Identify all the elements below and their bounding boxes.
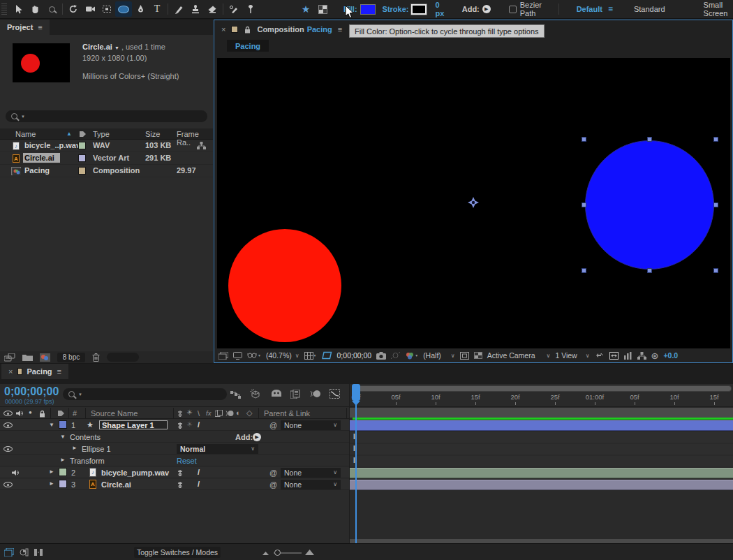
toggle-mask-visibility-icon[interactable]: [322, 351, 332, 360]
layer-label-swatch[interactable]: [59, 480, 67, 488]
video-visible-icon[interactable]: [3, 422, 13, 428]
comp-label-swatch[interactable]: [231, 26, 238, 33]
comp-current-time[interactable]: 0;00;00;00: [337, 351, 372, 360]
expand-in-out-panes-icon[interactable]: [34, 548, 43, 557]
group-row-transform[interactable]: ► Transform Reset: [0, 455, 349, 466]
clone-stamp-tool-button[interactable]: [187, 1, 204, 17]
selection-handle[interactable]: [647, 137, 652, 142]
transform-label[interactable]: Transform: [70, 457, 105, 465]
composition-canvas[interactable]: [217, 58, 730, 350]
asset-row-wav[interactable]: ♪ bicycle_..p.wav WAV 103 KB: [0, 140, 213, 152]
resolution-dropdown[interactable]: (Half)∨: [423, 351, 455, 360]
selection-handle[interactable]: [582, 202, 586, 207]
pixel-aspect-correction-icon[interactable]: [609, 352, 619, 360]
expand-layer-icon[interactable]: ►: [49, 469, 54, 475]
timeline-zoom-slider-handle[interactable]: [274, 550, 281, 556]
timeline-h-scrollbar[interactable]: [350, 539, 733, 543]
parent-dropdown[interactable]: None∨: [281, 420, 341, 430]
asset-row-composition[interactable]: Pacing Composition 29.97: [0, 165, 213, 177]
bezier-path-checkbox[interactable]: [509, 6, 517, 13]
expand-group-icon[interactable]: ►: [72, 445, 77, 451]
track-bar-audio[interactable]: [350, 468, 733, 478]
blue-circle-shape-selected[interactable]: [585, 140, 714, 270]
close-panel-icon[interactable]: ×: [221, 25, 225, 34]
grid-guides-icon[interactable]: ▼: [304, 352, 317, 360]
parent-pickwhip-icon[interactable]: @: [269, 469, 277, 477]
show-snapshot-icon[interactable]: [391, 352, 400, 359]
track-bar-shape-layer[interactable]: [350, 420, 733, 431]
layer-row-circle-ai[interactable]: ► 3 A Circle.ai / @ None∨: [0, 479, 349, 490]
stroke-label[interactable]: Stroke:: [383, 5, 409, 13]
show-channels-icon[interactable]: ▼: [405, 352, 418, 360]
expand-layer-switches-icon[interactable]: [4, 548, 14, 557]
shape-star-preset-button[interactable]: ★: [297, 1, 314, 17]
region-of-interest-icon[interactable]: [460, 352, 469, 360]
view-camera-dropdown[interactable]: Active Camera∨: [487, 351, 551, 360]
shared-view-icon[interactable]: ▼: [247, 352, 261, 359]
lock-icon[interactable]: [244, 26, 251, 34]
comp-flowchart-icon[interactable]: [637, 352, 646, 360]
layer-row-shape-layer-1[interactable]: ▼ 1 ★ Shape Layer 1 ☀ / @ None∨: [0, 420, 349, 431]
expand-transfer-controls-icon[interactable]: [20, 548, 29, 557]
selection-handle[interactable]: [582, 137, 586, 142]
close-tab-icon[interactable]: ×: [8, 367, 13, 376]
shy-switch-icon[interactable]: [177, 481, 184, 489]
preview-file-name[interactable]: Circle.ai: [82, 43, 112, 51]
label-color-swatch[interactable]: [78, 167, 86, 175]
fast-previews-icon[interactable]: [623, 352, 632, 360]
transparency-grid-icon[interactable]: [474, 352, 482, 359]
toggle-switches-modes-button[interactable]: Toggle Switches / Modes: [134, 547, 221, 558]
layer-name[interactable]: bicycle_pump.wav: [101, 469, 169, 477]
layer-name[interactable]: Circle.ai: [101, 480, 131, 489]
layer-name-editing[interactable]: Shape Layer 1: [99, 420, 168, 429]
bit-depth-button[interactable]: 8 bpc: [57, 353, 85, 362]
panel-menu-icon[interactable]: ≡: [338, 25, 342, 34]
camera-tool-button[interactable]: [82, 1, 98, 17]
quality-switch-icon[interactable]: /: [198, 420, 200, 429]
selection-handle[interactable]: [713, 137, 718, 142]
quality-switch-icon[interactable]: /: [198, 480, 200, 488]
source-name-column[interactable]: Source Name: [91, 409, 138, 418]
panel-menu-icon[interactable]: ≡: [57, 367, 61, 376]
video-visible-icon[interactable]: [3, 482, 13, 487]
always-preview-icon[interactable]: [219, 352, 228, 360]
fill-color-swatch[interactable]: [360, 4, 376, 15]
workspace-tab-small-screen[interactable]: Small Screen: [704, 1, 733, 17]
parent-pickwhip-icon[interactable]: @: [269, 480, 277, 489]
composition-mini-flowchart-icon[interactable]: [230, 390, 241, 399]
contents-label[interactable]: Contents: [70, 433, 101, 441]
eraser-tool-button[interactable]: [204, 1, 221, 17]
layer-row-audio[interactable]: ► 2 ♪ bicycle_pump.wav / @ None∨: [0, 467, 349, 478]
transform-reset-link[interactable]: Reset: [177, 457, 197, 465]
hand-tool-button[interactable]: [27, 1, 43, 17]
draft-3d-icon[interactable]: [250, 389, 261, 399]
selection-handle[interactable]: [713, 268, 718, 273]
zoom-tool-button[interactable]: [43, 1, 60, 17]
brush-tool-button[interactable]: [170, 1, 187, 17]
stroke-width-value[interactable]: 0 px: [435, 1, 445, 17]
adjust-exposure-icon[interactable]: ⊛: [651, 351, 659, 361]
column-name[interactable]: Name: [15, 130, 36, 138]
viewer-tab-pacing[interactable]: Pacing: [235, 42, 260, 50]
expand-layer-icon[interactable]: ▼: [49, 422, 54, 428]
column-label-icon[interactable]: [79, 131, 87, 138]
playhead-handle[interactable]: [352, 384, 360, 401]
quality-switch-icon[interactable]: /: [198, 468, 200, 476]
bezier-path-label[interactable]: Bezier Path: [520, 1, 546, 17]
collapse-switch-icon[interactable]: ☀: [186, 420, 193, 428]
transparency-grid-button[interactable]: [314, 1, 331, 17]
ellipse-label[interactable]: Ellipse 1: [82, 445, 111, 453]
sort-ascending-icon[interactable]: ▲: [66, 131, 72, 137]
workspace-tab-standard[interactable]: Standard: [634, 5, 665, 13]
zoom-in-mountain-icon[interactable]: [305, 548, 314, 555]
selection-handle[interactable]: [713, 202, 718, 207]
snapshot-camera-icon[interactable]: [376, 352, 386, 360]
graph-editor-icon[interactable]: [330, 389, 340, 399]
type-tool-button[interactable]: T: [149, 1, 165, 17]
audio-enabled-icon[interactable]: [12, 469, 20, 476]
column-type[interactable]: Type: [93, 130, 110, 138]
current-timecode[interactable]: 0;00;00;00: [4, 385, 59, 398]
interpret-footage-icon[interactable]: [4, 353, 15, 362]
blend-mode-dropdown[interactable]: Normal∨: [177, 444, 258, 454]
preview-dropdown-icon[interactable]: ▼: [114, 45, 119, 50]
